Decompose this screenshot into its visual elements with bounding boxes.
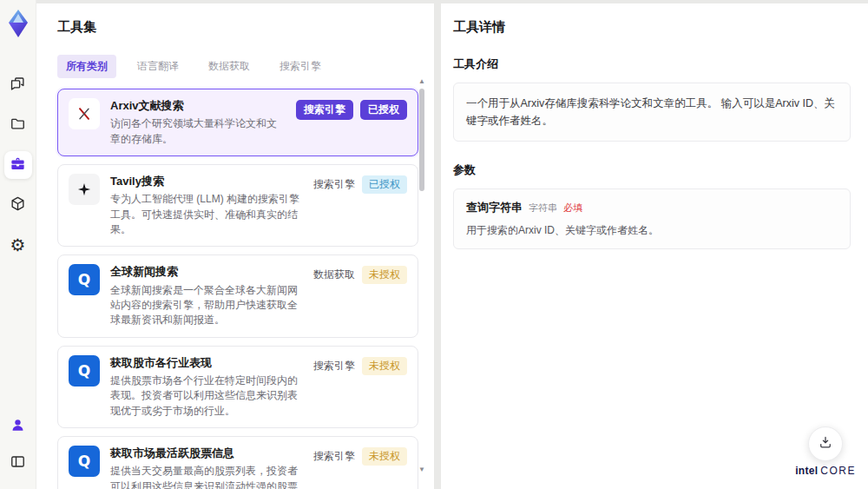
panel-divider xyxy=(434,3,441,489)
param-card: 查询字符串 字符串 必填 用于搜索的Arxiv ID、关键字或作者姓名。 xyxy=(453,188,851,249)
tool-category-badge: 搜索引擎 xyxy=(313,177,355,192)
category-tab[interactable]: 数据获取 xyxy=(200,55,259,78)
user-icon xyxy=(10,417,26,437)
list-scrollbar[interactable]: ▲ ▼ xyxy=(418,78,425,473)
tool-status-badge: 未授权 xyxy=(362,447,407,466)
tool-badges: 搜索引擎 已授权 xyxy=(296,98,407,120)
tool-info: Tavily搜索 专为人工智能代理 (LLM) 构建的搜索引擎工具。可快速提供实… xyxy=(110,174,303,237)
intro-heading: 工具介绍 xyxy=(453,56,851,72)
tool-status-badge: 已授权 xyxy=(362,175,407,194)
param-head: 查询字符串 字符串 必填 xyxy=(466,200,838,215)
tool-detail-panel: 工具详情 工具介绍 一个用于从Arxiv存储库搜索科学论文和文章的工具。 输入可… xyxy=(441,3,868,489)
page-title: 工具集 xyxy=(57,19,434,36)
tool-info: 获取股市各行业表现 提供股票市场各个行业在特定时间段内的表现。投资者可以利用这些… xyxy=(110,355,303,419)
tool-description: 全球新闻搜索是一个聚合全球各大新闻网站内容的搜索引擎，帮助用户快速获取全球最新资… xyxy=(110,283,303,328)
sidebar-item-account[interactable] xyxy=(4,413,32,440)
download-button[interactable] xyxy=(808,426,843,461)
params-heading: 参数 xyxy=(453,162,851,178)
scroll-up-icon[interactable]: ▲ xyxy=(418,78,425,85)
tool-status-badge: 未授权 xyxy=(362,266,407,284)
tool-card[interactable]: Q 全球新闻搜索 全球新闻搜索是一个聚合全球各大新闻网站内容的搜索引擎，帮助用 xyxy=(57,254,418,337)
arxiv-logo-icon xyxy=(69,98,100,129)
tool-icon: Q xyxy=(69,174,100,205)
param-name: 查询字符串 xyxy=(466,200,523,215)
tool-icon: Q xyxy=(69,98,100,129)
tool-list: Q Arxiv文献搜索 访问各个研究领域大量科学论文和文章的存储库。 xyxy=(57,89,418,489)
tool-category-badge: 搜索引擎 xyxy=(296,100,353,120)
tool-name: 获取市场最活跃股票信息 xyxy=(110,446,303,461)
sidebar-item-plugins[interactable] xyxy=(4,191,32,219)
tool-badges: 数据获取 未授权 xyxy=(313,264,407,284)
scroll-down-icon[interactable]: ▼ xyxy=(418,466,425,473)
scrollbar-thumb[interactable] xyxy=(419,89,424,191)
tool-category-badge: 搜索引擎 xyxy=(313,449,355,464)
tab-label: 数据获取 xyxy=(208,60,250,72)
news-q-icon: Q xyxy=(69,446,100,477)
download-icon xyxy=(818,434,833,453)
detail-title: 工具详情 xyxy=(453,19,851,36)
tavily-star-icon xyxy=(69,174,100,205)
tool-icon: Q xyxy=(69,446,100,477)
tool-status-badge: 未授权 xyxy=(362,357,407,375)
folder-icon xyxy=(10,116,26,135)
news-q-icon: Q xyxy=(69,264,100,295)
intel-core-logo: intelCORE xyxy=(795,465,856,477)
category-tab[interactable]: 语言翻译 xyxy=(128,55,187,78)
gear-icon: ⚙ xyxy=(10,236,26,254)
sidebar-item-chat[interactable] xyxy=(4,71,32,99)
chat-icon xyxy=(10,76,26,96)
app-logo[interactable] xyxy=(5,9,31,38)
panel-toggle-icon xyxy=(10,453,26,473)
intro-box: 一个用于从Arxiv存储库搜索科学论文和文章的工具。 输入可以是Arxiv ID… xyxy=(453,83,851,142)
tool-card[interactable]: Q Tavily搜索 专为人工智能代理 (LLM) 构建的搜索引擎工具。可快速 xyxy=(57,164,418,247)
tool-info: 获取市场最活跃股票信息 提供当天交易量最高的股票列表，投资者可以利用这些信息来识… xyxy=(110,446,303,489)
sidebar-item-files[interactable] xyxy=(4,111,32,139)
icon-rail: ⚙ xyxy=(0,0,36,489)
category-tabs: 所有类别 语言翻译 数据获取 搜索引擎 xyxy=(57,55,434,78)
news-q-icon: Q xyxy=(69,355,100,387)
sidebar-item-settings[interactable]: ⚙ xyxy=(4,231,32,259)
tool-badges: 搜索引擎 未授权 xyxy=(313,355,407,375)
tool-info: Arxiv文献搜索 访问各个研究领域大量科学论文和文章的存储库。 xyxy=(110,98,286,147)
tool-description: 提供股票市场各个行业在特定时间段内的表现。投资者可以利用这些信息来识别表现优于或… xyxy=(110,373,303,419)
tool-info: 全球新闻搜索 全球新闻搜索是一个聚合全球各大新闻网站内容的搜索引擎，帮助用户快速… xyxy=(110,264,303,327)
category-tab[interactable]: 所有类别 xyxy=(57,55,116,78)
category-tab[interactable]: 搜索引擎 xyxy=(271,55,330,78)
param-required-flag: 必填 xyxy=(563,202,582,215)
tool-status-badge: 已授权 xyxy=(360,100,407,120)
corner-widgets: intelCORE xyxy=(795,426,856,477)
cube-icon xyxy=(10,195,26,215)
tool-name: 获取股市各行业表现 xyxy=(110,355,303,371)
tool-card[interactable]: Q Arxiv文献搜索 访问各个研究领域大量科学论文和文章的存储库。 xyxy=(57,89,418,156)
tool-badges: 搜索引擎 未授权 xyxy=(313,446,407,466)
sidebar-item-tools[interactable] xyxy=(4,151,32,179)
tool-category-badge: 搜索引擎 xyxy=(313,359,355,373)
tool-name: 全球新闻搜索 xyxy=(110,264,303,280)
tool-name: Tavily搜索 xyxy=(110,174,303,189)
tool-icon: Q xyxy=(69,264,100,295)
tab-label: 语言翻译 xyxy=(137,60,179,72)
tool-name: Arxiv文献搜索 xyxy=(110,98,286,114)
tool-card[interactable]: Q 获取股市各行业表现 提供股票市场各个行业在特定时间段内的表现。投资者可以利 xyxy=(57,346,418,428)
tool-icon: Q xyxy=(69,355,100,387)
intro-text: 一个用于从Arxiv存储库搜索科学论文和文章的工具。 输入可以是Arxiv ID… xyxy=(466,97,835,127)
toolbox-icon xyxy=(10,155,26,175)
tool-description: 提供当天交易量最高的股票列表，投资者可以利用这些信息来识别流动性强的股票和潜在的… xyxy=(110,464,303,489)
tool-category-badge: 数据获取 xyxy=(313,268,355,282)
tool-list-panel: 工具集 所有类别 语言翻译 数据获取 搜索引擎 xyxy=(36,3,434,489)
tab-label: 所有类别 xyxy=(66,60,108,72)
param-type: 字符串 xyxy=(529,202,557,215)
params-list: 查询字符串 字符串 必填 用于搜索的Arxiv ID、关键字或作者姓名。 xyxy=(453,188,851,249)
tool-description: 专为人工智能代理 (LLM) 构建的搜索引擎工具。可快速提供实时、准确和真实的结… xyxy=(110,192,303,237)
tool-description: 访问各个研究领域大量科学论文和文章的存储库。 xyxy=(110,116,286,147)
tab-label: 搜索引擎 xyxy=(279,60,321,72)
param-description: 用于搜索的Arxiv ID、关键字或作者姓名。 xyxy=(466,222,838,238)
tool-card[interactable]: Q 获取市场最活跃股票信息 提供当天交易量最高的股票列表，投资者可以利用这些信 xyxy=(57,436,418,489)
tool-badges: 搜索引擎 已授权 xyxy=(313,174,407,194)
sidebar-item-collapse[interactable] xyxy=(4,449,32,477)
